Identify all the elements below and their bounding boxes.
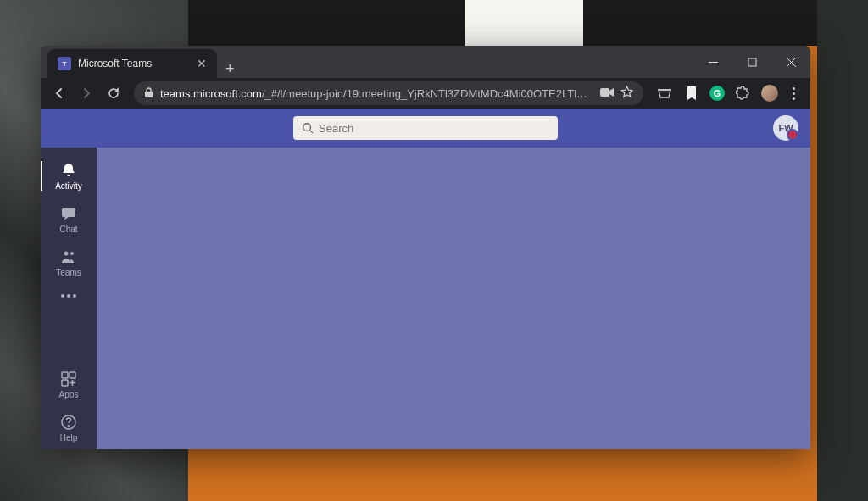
search-input[interactable] xyxy=(319,122,549,135)
browser-toolbar: teams.microsoft.com/_#/l/meetup-join/19:… xyxy=(41,78,810,109)
lock-icon xyxy=(144,87,153,99)
back-button[interactable] xyxy=(47,81,71,105)
rail-label: Apps xyxy=(59,390,79,399)
camera-icon[interactable] xyxy=(600,86,614,100)
teams-header: FW xyxy=(41,109,810,148)
forward-button[interactable] xyxy=(75,81,98,105)
svg-rect-13 xyxy=(70,372,75,378)
close-tab-icon[interactable]: ✕ xyxy=(197,57,207,70)
window-controls xyxy=(693,46,810,78)
rail-activity[interactable]: Activity xyxy=(41,154,97,198)
svg-rect-14 xyxy=(62,380,68,386)
browser-tab-active[interactable]: T Microsoft Teams ✕ xyxy=(47,49,217,78)
minimize-button[interactable] xyxy=(693,46,732,78)
svg-point-11 xyxy=(70,252,74,255)
svg-rect-4 xyxy=(145,92,153,97)
profile-avatar[interactable]: FW xyxy=(773,115,798,141)
rail-apps[interactable]: Apps xyxy=(41,363,97,406)
browser-window: T Microsoft Teams ✕ + xyxy=(41,46,810,449)
profile-avatar-icon[interactable] xyxy=(760,84,779,103)
rail-label: Help xyxy=(60,433,78,443)
tab-title: Microsoft Teams xyxy=(78,58,190,70)
chat-icon xyxy=(59,204,78,223)
maximize-button[interactable] xyxy=(732,46,771,78)
bookmark-star-icon[interactable] xyxy=(620,86,633,101)
close-window-button[interactable] xyxy=(771,46,810,78)
rail-label: Chat xyxy=(59,225,77,234)
search-icon xyxy=(302,122,314,134)
rail-label: Activity xyxy=(55,181,82,191)
help-icon xyxy=(59,413,78,431)
svg-rect-9 xyxy=(62,208,75,217)
rail-more-button[interactable] xyxy=(61,284,76,308)
url-text: teams.microsoft.com/_#/l/meetup-join/19:… xyxy=(160,87,593,100)
bell-icon xyxy=(59,161,78,180)
apps-icon xyxy=(59,370,78,388)
extension-icons: G xyxy=(652,84,804,103)
extension-icon-2[interactable] xyxy=(682,84,701,103)
extensions-puzzle-icon[interactable] xyxy=(733,84,752,103)
address-bar[interactable]: teams.microsoft.com/_#/l/meetup-join/19:… xyxy=(134,81,643,105)
rail-chat[interactable]: Chat xyxy=(41,198,97,241)
rail-help[interactable]: Help xyxy=(41,406,97,449)
svg-point-16 xyxy=(68,426,70,427)
browser-menu-button[interactable] xyxy=(787,87,800,100)
rail-label: Teams xyxy=(56,268,81,277)
svg-rect-1 xyxy=(748,58,756,66)
svg-point-10 xyxy=(64,252,69,256)
svg-line-8 xyxy=(310,131,314,134)
svg-rect-5 xyxy=(600,88,609,97)
grammarly-icon[interactable]: G xyxy=(709,86,725,101)
rail-teams[interactable]: Teams xyxy=(41,241,97,284)
svg-rect-12 xyxy=(62,372,68,378)
main-content xyxy=(97,148,810,449)
new-tab-button[interactable]: + xyxy=(217,60,243,78)
teams-body: Activity Chat Teams Apps xyxy=(41,148,810,449)
teams-favicon-icon: T xyxy=(58,57,71,70)
extension-icon-1[interactable] xyxy=(655,84,674,103)
app-rail: Activity Chat Teams Apps xyxy=(41,148,97,449)
search-bar[interactable] xyxy=(293,116,558,140)
reload-button[interactable] xyxy=(102,81,125,105)
svg-point-7 xyxy=(303,124,311,131)
browser-titlebar: T Microsoft Teams ✕ + xyxy=(41,46,810,78)
teams-icon xyxy=(59,248,78,266)
